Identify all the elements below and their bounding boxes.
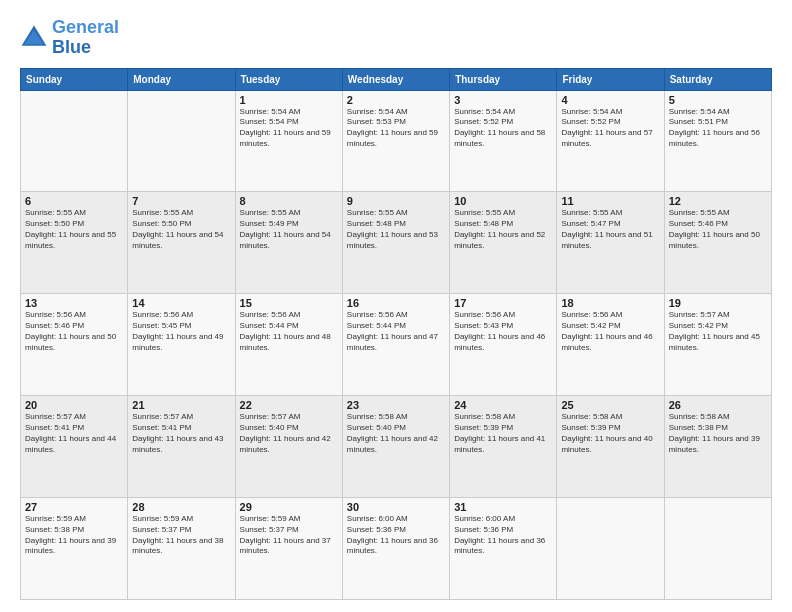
calendar-cell: 12Sunrise: 5:55 AM Sunset: 5:46 PM Dayli… bbox=[664, 192, 771, 294]
calendar-cell: 8Sunrise: 5:55 AM Sunset: 5:49 PM Daylig… bbox=[235, 192, 342, 294]
day-info: Sunrise: 5:56 AM Sunset: 5:45 PM Dayligh… bbox=[132, 310, 230, 353]
day-number: 30 bbox=[347, 501, 445, 513]
day-number: 22 bbox=[240, 399, 338, 411]
day-info: Sunrise: 5:56 AM Sunset: 5:44 PM Dayligh… bbox=[347, 310, 445, 353]
calendar-table: SundayMondayTuesdayWednesdayThursdayFrid… bbox=[20, 68, 772, 600]
day-info: Sunrise: 5:57 AM Sunset: 5:41 PM Dayligh… bbox=[25, 412, 123, 455]
day-number: 5 bbox=[669, 94, 767, 106]
calendar-cell: 20Sunrise: 5:57 AM Sunset: 5:41 PM Dayli… bbox=[21, 396, 128, 498]
day-info: Sunrise: 5:55 AM Sunset: 5:49 PM Dayligh… bbox=[240, 208, 338, 251]
day-number: 18 bbox=[561, 297, 659, 309]
day-number: 31 bbox=[454, 501, 552, 513]
day-info: Sunrise: 5:55 AM Sunset: 5:46 PM Dayligh… bbox=[669, 208, 767, 251]
calendar-cell: 29Sunrise: 5:59 AM Sunset: 5:37 PM Dayli… bbox=[235, 498, 342, 600]
calendar-cell: 16Sunrise: 5:56 AM Sunset: 5:44 PM Dayli… bbox=[342, 294, 449, 396]
day-number: 20 bbox=[25, 399, 123, 411]
calendar-cell: 25Sunrise: 5:58 AM Sunset: 5:39 PM Dayli… bbox=[557, 396, 664, 498]
day-info: Sunrise: 5:56 AM Sunset: 5:44 PM Dayligh… bbox=[240, 310, 338, 353]
calendar-cell: 31Sunrise: 6:00 AM Sunset: 5:36 PM Dayli… bbox=[450, 498, 557, 600]
calendar-cell: 4Sunrise: 5:54 AM Sunset: 5:52 PM Daylig… bbox=[557, 90, 664, 192]
day-number: 11 bbox=[561, 195, 659, 207]
calendar-cell: 28Sunrise: 5:59 AM Sunset: 5:37 PM Dayli… bbox=[128, 498, 235, 600]
calendar-cell: 21Sunrise: 5:57 AM Sunset: 5:41 PM Dayli… bbox=[128, 396, 235, 498]
calendar-cell: 9Sunrise: 5:55 AM Sunset: 5:48 PM Daylig… bbox=[342, 192, 449, 294]
day-number: 19 bbox=[669, 297, 767, 309]
day-info: Sunrise: 5:56 AM Sunset: 5:42 PM Dayligh… bbox=[561, 310, 659, 353]
day-info: Sunrise: 5:59 AM Sunset: 5:38 PM Dayligh… bbox=[25, 514, 123, 557]
day-number: 4 bbox=[561, 94, 659, 106]
weekday-header-wednesday: Wednesday bbox=[342, 68, 449, 90]
day-number: 26 bbox=[669, 399, 767, 411]
day-number: 17 bbox=[454, 297, 552, 309]
day-info: Sunrise: 5:55 AM Sunset: 5:50 PM Dayligh… bbox=[25, 208, 123, 251]
calendar-cell: 24Sunrise: 5:58 AM Sunset: 5:39 PM Dayli… bbox=[450, 396, 557, 498]
day-info: Sunrise: 5:59 AM Sunset: 5:37 PM Dayligh… bbox=[240, 514, 338, 557]
calendar-cell: 22Sunrise: 5:57 AM Sunset: 5:40 PM Dayli… bbox=[235, 396, 342, 498]
calendar-cell bbox=[664, 498, 771, 600]
calendar-cell: 2Sunrise: 5:54 AM Sunset: 5:53 PM Daylig… bbox=[342, 90, 449, 192]
header: General Blue bbox=[20, 18, 772, 58]
calendar-cell: 13Sunrise: 5:56 AM Sunset: 5:46 PM Dayli… bbox=[21, 294, 128, 396]
calendar-cell: 6Sunrise: 5:55 AM Sunset: 5:50 PM Daylig… bbox=[21, 192, 128, 294]
day-number: 6 bbox=[25, 195, 123, 207]
day-info: Sunrise: 5:54 AM Sunset: 5:51 PM Dayligh… bbox=[669, 107, 767, 150]
calendar-cell: 1Sunrise: 5:54 AM Sunset: 5:54 PM Daylig… bbox=[235, 90, 342, 192]
day-number: 7 bbox=[132, 195, 230, 207]
weekday-header-row: SundayMondayTuesdayWednesdayThursdayFrid… bbox=[21, 68, 772, 90]
day-number: 12 bbox=[669, 195, 767, 207]
calendar-cell: 26Sunrise: 5:58 AM Sunset: 5:38 PM Dayli… bbox=[664, 396, 771, 498]
logo-icon bbox=[20, 24, 48, 52]
calendar-cell: 3Sunrise: 5:54 AM Sunset: 5:52 PM Daylig… bbox=[450, 90, 557, 192]
day-number: 14 bbox=[132, 297, 230, 309]
day-info: Sunrise: 5:56 AM Sunset: 5:43 PM Dayligh… bbox=[454, 310, 552, 353]
weekday-header-friday: Friday bbox=[557, 68, 664, 90]
calendar-cell: 7Sunrise: 5:55 AM Sunset: 5:50 PM Daylig… bbox=[128, 192, 235, 294]
day-info: Sunrise: 5:54 AM Sunset: 5:52 PM Dayligh… bbox=[561, 107, 659, 150]
day-number: 25 bbox=[561, 399, 659, 411]
day-number: 8 bbox=[240, 195, 338, 207]
day-number: 3 bbox=[454, 94, 552, 106]
day-info: Sunrise: 5:54 AM Sunset: 5:52 PM Dayligh… bbox=[454, 107, 552, 150]
day-number: 2 bbox=[347, 94, 445, 106]
weekday-header-thursday: Thursday bbox=[450, 68, 557, 90]
calendar-cell bbox=[557, 498, 664, 600]
calendar-cell: 10Sunrise: 5:55 AM Sunset: 5:48 PM Dayli… bbox=[450, 192, 557, 294]
logo-text: General Blue bbox=[52, 18, 119, 58]
day-info: Sunrise: 5:58 AM Sunset: 5:40 PM Dayligh… bbox=[347, 412, 445, 455]
week-row-1: 1Sunrise: 5:54 AM Sunset: 5:54 PM Daylig… bbox=[21, 90, 772, 192]
weekday-header-sunday: Sunday bbox=[21, 68, 128, 90]
day-number: 1 bbox=[240, 94, 338, 106]
calendar-cell: 14Sunrise: 5:56 AM Sunset: 5:45 PM Dayli… bbox=[128, 294, 235, 396]
day-info: Sunrise: 5:58 AM Sunset: 5:38 PM Dayligh… bbox=[669, 412, 767, 455]
day-info: Sunrise: 5:58 AM Sunset: 5:39 PM Dayligh… bbox=[454, 412, 552, 455]
day-info: Sunrise: 5:55 AM Sunset: 5:48 PM Dayligh… bbox=[454, 208, 552, 251]
calendar-cell: 23Sunrise: 5:58 AM Sunset: 5:40 PM Dayli… bbox=[342, 396, 449, 498]
week-row-4: 20Sunrise: 5:57 AM Sunset: 5:41 PM Dayli… bbox=[21, 396, 772, 498]
day-info: Sunrise: 5:57 AM Sunset: 5:40 PM Dayligh… bbox=[240, 412, 338, 455]
day-number: 21 bbox=[132, 399, 230, 411]
day-info: Sunrise: 5:54 AM Sunset: 5:53 PM Dayligh… bbox=[347, 107, 445, 150]
day-number: 15 bbox=[240, 297, 338, 309]
calendar-cell: 27Sunrise: 5:59 AM Sunset: 5:38 PM Dayli… bbox=[21, 498, 128, 600]
day-info: Sunrise: 5:55 AM Sunset: 5:47 PM Dayligh… bbox=[561, 208, 659, 251]
calendar-cell: 17Sunrise: 5:56 AM Sunset: 5:43 PM Dayli… bbox=[450, 294, 557, 396]
day-info: Sunrise: 5:56 AM Sunset: 5:46 PM Dayligh… bbox=[25, 310, 123, 353]
day-info: Sunrise: 5:57 AM Sunset: 5:42 PM Dayligh… bbox=[669, 310, 767, 353]
weekday-header-saturday: Saturday bbox=[664, 68, 771, 90]
calendar-cell: 15Sunrise: 5:56 AM Sunset: 5:44 PM Dayli… bbox=[235, 294, 342, 396]
day-info: Sunrise: 5:55 AM Sunset: 5:48 PM Dayligh… bbox=[347, 208, 445, 251]
day-info: Sunrise: 6:00 AM Sunset: 5:36 PM Dayligh… bbox=[454, 514, 552, 557]
day-info: Sunrise: 5:54 AM Sunset: 5:54 PM Dayligh… bbox=[240, 107, 338, 150]
week-row-5: 27Sunrise: 5:59 AM Sunset: 5:38 PM Dayli… bbox=[21, 498, 772, 600]
day-info: Sunrise: 5:58 AM Sunset: 5:39 PM Dayligh… bbox=[561, 412, 659, 455]
weekday-header-monday: Monday bbox=[128, 68, 235, 90]
day-number: 10 bbox=[454, 195, 552, 207]
day-info: Sunrise: 6:00 AM Sunset: 5:36 PM Dayligh… bbox=[347, 514, 445, 557]
calendar-cell: 30Sunrise: 6:00 AM Sunset: 5:36 PM Dayli… bbox=[342, 498, 449, 600]
day-info: Sunrise: 5:59 AM Sunset: 5:37 PM Dayligh… bbox=[132, 514, 230, 557]
day-info: Sunrise: 5:55 AM Sunset: 5:50 PM Dayligh… bbox=[132, 208, 230, 251]
calendar-cell: 11Sunrise: 5:55 AM Sunset: 5:47 PM Dayli… bbox=[557, 192, 664, 294]
calendar-cell bbox=[21, 90, 128, 192]
day-number: 27 bbox=[25, 501, 123, 513]
day-number: 13 bbox=[25, 297, 123, 309]
